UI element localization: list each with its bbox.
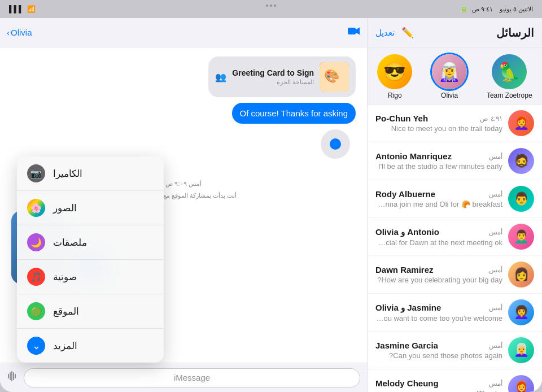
pinned-contact-zoetrope[interactable]: 🦜 Team Zoetrope [487, 54, 532, 99]
photos-icon: 🌸 [27, 199, 45, 217]
pinned-contact-olivia[interactable]: 🧝‍♀️ Olivia [432, 54, 467, 99]
messages-header: الرسائل ✏️ تعديل [368, 18, 542, 47]
greeting-card-bubble[interactable]: 👥 Greeting Card to Sign المساحة الحرة 🎨 [208, 56, 356, 97]
camera-menu-item[interactable]: الكاميرا 📷 [17, 156, 164, 191]
svg-rect-0 [348, 28, 356, 34]
conv-avatar-dawn: 👩 [508, 262, 534, 288]
messages-panel: الرسائل ✏️ تعديل 😎 Rigo 🧝‍♀️ Olivia [367, 18, 542, 392]
conv-name-jasmine2: Jasmine Garcia [375, 341, 438, 350]
conv-time-jasmine2: أمس [489, 342, 502, 350]
stickers-icon: 🌙 [27, 233, 45, 251]
conv-name-antonio: Antonio Manriquez [375, 151, 452, 161]
conv-content-antonio: أمس Antonio Manriquez I'll be at the stu… [375, 151, 502, 171]
conv-name-jasmine1: Jasmine و Olivia [375, 303, 441, 313]
messages-title: الرسائل [496, 26, 534, 40]
conv-rody[interactable]: 👨 أمس Rody Albuerne Do you wanna join me… [368, 180, 542, 218]
camera-icon: 📷 [27, 164, 45, 182]
conv-avatar-rody: 👨 [508, 186, 534, 212]
pinned-avatar-zoetrope: 🦜 [492, 54, 527, 89]
recording-dot [330, 138, 341, 150]
photos-menu-item[interactable]: الصور 🌸 [17, 191, 164, 225]
conv-avatar-antonio: 🧔 [508, 148, 534, 174]
compose-menu: الكاميرا 📷 الصور 🌸 ملصقات 🌙 صوتية [17, 156, 164, 363]
app-container: ‹ Olivia 👥 Greeting Card to Sign المساحة… [0, 18, 542, 392]
header-actions: ✏️ تعديل [375, 27, 414, 39]
message-input[interactable]: iMessage [24, 368, 360, 387]
conv-time-jasmine1: أمس [489, 304, 502, 312]
conv-avatar-jasmine1: 👩‍🦱 [508, 299, 534, 325]
conversations-list: 👩‍🦰 ٤:٩١ ص Po-Chun Yeh Nice to meet you … [368, 104, 542, 392]
imessage-placeholder: iMessage [174, 373, 210, 382]
more-icon: ⌄ [27, 337, 45, 355]
conv-jasmine1[interactable]: 👩‍🦱 أمس Jasmine و Olivia Going on this r… [368, 294, 542, 332]
chat-input-bar: iMessage [0, 363, 367, 392]
pinned-name-olivia: Olivia [441, 92, 458, 99]
back-button[interactable]: ‹ Olivia [7, 28, 32, 37]
conv-content-jasmine2: أمس Jasmine Garcia Can you send those ph… [375, 341, 502, 360]
conv-time-antonio: أمس [489, 153, 502, 160]
compose-icon[interactable]: ✏️ [401, 27, 414, 39]
conv-content-jasmine1: أمس Jasmine و Olivia Going on this ride.… [375, 303, 502, 323]
video-call-button[interactable] [348, 27, 360, 38]
conv-time-rody: أمس [489, 190, 502, 198]
recording-indicator [321, 129, 350, 159]
stickers-menu-item[interactable]: ملصقات 🌙 [17, 225, 164, 260]
greeting-card-subtitle: المساحة الحرة [232, 79, 314, 86]
conv-content-dawn: أمس Dawn Ramirez How are you celebrating… [375, 265, 502, 284]
conv-avatar-pochun: 👩‍🦰 [508, 110, 534, 136]
top-dots [266, 5, 276, 7]
conv-avatar-jasmine2: 👩‍🦳 [508, 337, 534, 363]
pinned-name-rigo: Rigo [388, 92, 402, 99]
conv-time-dawn: أمس [489, 266, 502, 274]
pinned-avatar-rigo: 😎 [377, 54, 412, 89]
audio-label: صوتية [53, 271, 77, 283]
svg-rect-7 [15, 374, 16, 378]
greeting-card-title: Greeting Card to Sign [232, 68, 314, 77]
chevron-left-icon: ‹ [7, 28, 10, 37]
stickers-label: ملصقات [53, 237, 87, 249]
conv-name-pochun: Po-Chun Yeh [375, 114, 428, 123]
conv-melody[interactable]: 👩‍🦰 أمس Melody Cheung Thanks! [368, 369, 542, 392]
conv-content-pochun: ٤:٩١ ص Po-Chun Yeh Nice to meet you on t… [375, 114, 502, 133]
conv-time-antonio2: أمس [489, 228, 502, 236]
conv-pochun[interactable]: 👩‍🦰 ٤:٩١ ص Po-Chun Yeh Nice to meet you … [368, 104, 542, 142]
svg-rect-4 [10, 372, 11, 380]
date-time: الاثنين ٥ يونيو [500, 6, 533, 12]
conv-content-melody: أمس Melody Cheung Thanks! [375, 378, 502, 392]
svg-rect-5 [11, 371, 12, 381]
svg-rect-6 [13, 372, 14, 380]
conv-content-antonio2: أمس Antonio و Olivia Let's do something … [375, 227, 502, 247]
time: ٩:٤١ ص [472, 6, 493, 12]
conv-preview-antonio: I'll be at the studio a few minutes earl… [375, 162, 502, 171]
conv-preview-melody: Thanks! [375, 389, 502, 392]
more-menu-item[interactable]: المزيد ⌄ [17, 329, 164, 363]
pinned-avatar-olivia: 🧝‍♀️ [432, 54, 467, 89]
pinned-contact-rigo[interactable]: 😎 Rigo [377, 54, 412, 99]
conv-time-melody: أمس [489, 380, 502, 387]
audio-menu-item[interactable]: صوتية 🎵 [17, 260, 164, 294]
reply-bubble: Of course! Thanks for asking [232, 103, 356, 124]
conv-preview-pochun: Nice to meet you on the trail today [375, 124, 502, 133]
back-label: Olivia [11, 28, 32, 37]
location-menu-item[interactable]: الموقع 🟢 [17, 294, 164, 329]
location-label: الموقع [53, 306, 79, 317]
signal-icon: ▌▌▌ [9, 5, 24, 13]
conv-time-pochun: ٤:٩١ ص [480, 115, 502, 123]
conv-preview-dawn: How are you celebrating your big day? [375, 276, 502, 284]
greeting-card-info: Greeting Card to Sign المساحة الحرة [232, 68, 314, 86]
conv-name-melody: Melody Cheung [375, 378, 439, 388]
pinned-name-zoetrope: Team Zoetrope [487, 92, 532, 99]
conv-dawn[interactable]: 👩 أمس Dawn Ramirez How are you celebrati… [368, 256, 542, 294]
person-icon: 👥 [215, 72, 226, 82]
audio-button[interactable] [7, 371, 18, 385]
conv-preview-jasmine2: Can you send those photos again? [375, 351, 502, 360]
pinned-contacts: 😎 Rigo 🧝‍♀️ Olivia 🦜 Team Zoetrope [368, 47, 542, 104]
conv-jasmine2[interactable]: 👩‍🦳 أمس Jasmine Garcia Can you send thos… [368, 332, 542, 369]
location-icon: 🟢 [27, 302, 45, 320]
edit-button[interactable]: تعديل [375, 28, 395, 38]
conv-name-dawn: Dawn Ramirez [375, 265, 434, 275]
chat-panel: ‹ Olivia 👥 Greeting Card to Sign المساحة… [0, 18, 367, 392]
conv-antonio[interactable]: 🧔 أمس Antonio Manriquez I'll be at the s… [368, 142, 542, 180]
conv-antonio-olivia[interactable]: 👨‍🦱 أمس Antonio و Olivia Let's do someth… [368, 218, 542, 256]
conv-preview-jasmine1: Going on this ride... if you want to com… [375, 314, 502, 323]
